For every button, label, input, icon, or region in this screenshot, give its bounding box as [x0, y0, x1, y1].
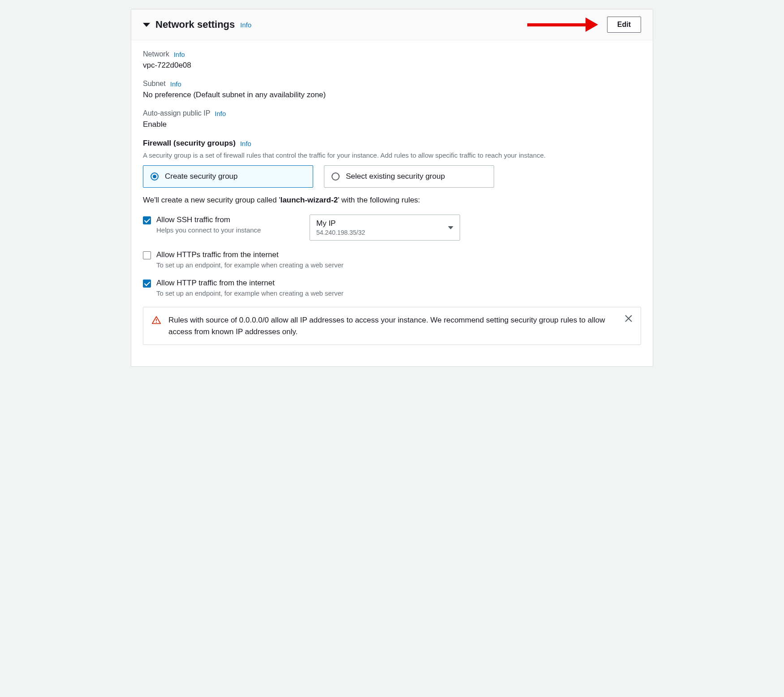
chevron-down-icon [448, 226, 453, 229]
radio-create-sg[interactable]: Create security group [143, 165, 313, 188]
firewall-title: Firewall (security groups) [143, 139, 236, 148]
firewall-section: Firewall (security groups) Info A securi… [143, 139, 641, 345]
rule-http: Allow HTTP traffic from the internet To … [143, 279, 641, 297]
sg-radio-group: Create security group Select existing se… [143, 165, 641, 188]
panel-title: Network settings [155, 19, 235, 30]
subnet-info-link[interactable]: Info [170, 80, 181, 88]
sg-create-text: We'll create a new security group called… [143, 196, 641, 205]
checkbox-ssh[interactable] [143, 216, 151, 224]
network-field: Network Info vpc-722d0e08 [143, 50, 641, 70]
edit-button[interactable]: Edit [607, 17, 641, 33]
subnet-label: Subnet [143, 80, 166, 88]
panel-header: Network settings Info Edit [131, 9, 653, 40]
rule-https-help: To set up an endpoint, for example when … [156, 261, 641, 269]
sg-create-suffix: ' with the following rules: [338, 196, 420, 204]
panel-title-wrap: Network settings Info [143, 19, 251, 30]
radio-select-sg[interactable]: Select existing security group [324, 165, 494, 188]
auto-ip-value: Enable [143, 120, 641, 129]
warning-box: Rules with source of 0.0.0.0/0 allow all… [143, 307, 641, 345]
radio-dot-icon [332, 172, 340, 181]
ssh-select-sub: 54.240.198.35/32 [316, 229, 365, 236]
sg-create-name: launch-wizard-2 [280, 196, 338, 204]
ssh-source-select[interactable]: My IP 54.240.198.35/32 [310, 215, 460, 241]
rule-https-title: Allow HTTPs traffic from the internet [156, 250, 641, 259]
network-settings-panel: Network settings Info Edit Network Info … [131, 9, 653, 367]
subnet-value: No preference (Default subnet in any ava… [143, 90, 641, 99]
network-value: vpc-722d0e08 [143, 61, 641, 70]
warning-triangle-icon [151, 315, 161, 325]
radio-create-label: Create security group [165, 172, 238, 181]
rule-ssh-help: Helps you connect to your instance [156, 226, 304, 234]
panel-body: Network Info vpc-722d0e08 Subnet Info No… [131, 40, 653, 366]
auto-ip-field: Auto-assign public IP Info Enable [143, 109, 641, 129]
checkbox-http[interactable] [143, 280, 151, 288]
firewall-info-link[interactable]: Info [240, 140, 251, 147]
collapse-caret-icon[interactable] [143, 23, 150, 27]
auto-ip-label: Auto-assign public IP [143, 109, 210, 117]
svg-point-1 [156, 322, 157, 323]
checkbox-https[interactable] [143, 251, 151, 259]
rule-ssh-title: Allow SSH traffic from [156, 215, 304, 224]
network-label: Network [143, 50, 169, 58]
rule-https: Allow HTTPs traffic from the internet To… [143, 250, 641, 269]
auto-ip-info-link[interactable]: Info [215, 110, 226, 117]
network-info-link[interactable]: Info [174, 51, 185, 58]
ssh-select-main: My IP [316, 219, 365, 228]
subnet-field: Subnet Info No preference (Default subne… [143, 80, 641, 99]
header-info-link[interactable]: Info [240, 21, 251, 29]
header-actions: Edit [527, 17, 641, 33]
rule-ssh: Allow SSH traffic from Helps you connect… [143, 215, 641, 241]
rule-http-help: To set up an endpoint, for example when … [156, 289, 641, 297]
radio-select-label: Select existing security group [346, 172, 445, 181]
rule-http-title: Allow HTTP traffic from the internet [156, 279, 641, 288]
radio-dot-icon [151, 172, 159, 181]
close-icon[interactable] [625, 314, 633, 324]
firewall-desc: A security group is a set of firewall ru… [143, 151, 641, 160]
warning-text: Rules with source of 0.0.0.0/0 allow all… [168, 314, 617, 337]
arrow-annotation-icon [527, 17, 598, 32]
sg-create-prefix: We'll create a new security group called… [143, 196, 280, 204]
